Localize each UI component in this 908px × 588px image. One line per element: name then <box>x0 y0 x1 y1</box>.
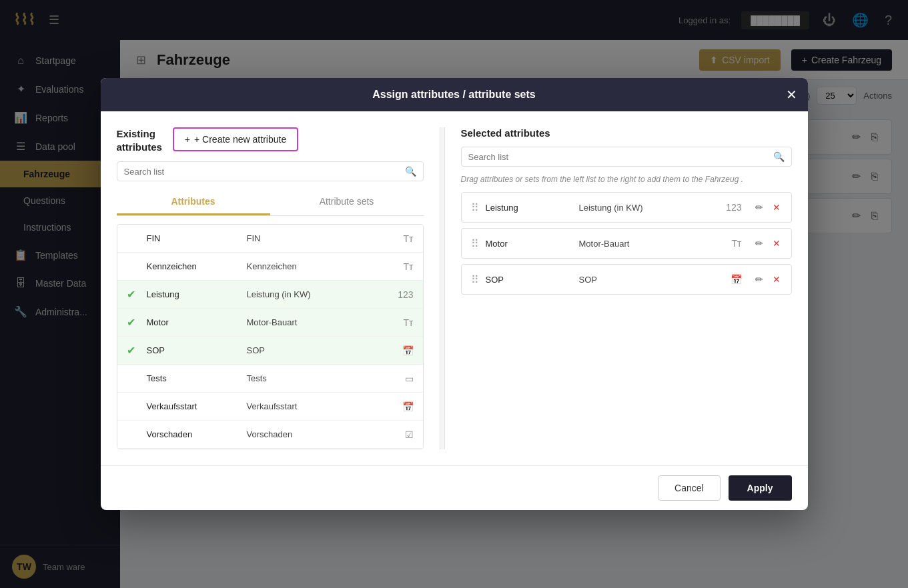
plus-icon: + <box>185 134 190 145</box>
selected-attr-label: SOP <box>579 275 724 285</box>
list-item[interactable]: ✔ Leistung Leistung (in KW) 123 <box>117 281 423 309</box>
selected-item: ⠿ SOP SOP 📅 ✏ ✕ <box>461 264 792 295</box>
search-icon: 🔍 <box>773 151 785 162</box>
remove-attribute-button[interactable]: ✕ <box>771 237 782 250</box>
panel-divider <box>440 127 445 449</box>
attr-label: Verkaufsstart <box>247 401 396 411</box>
attr-name: Vorschaden <box>147 429 240 439</box>
type-icon: 📅 <box>402 401 414 412</box>
list-item[interactable]: ✔ SOP SOP 📅 <box>117 337 423 365</box>
edit-attribute-button[interactable]: ✏ <box>754 273 765 286</box>
attr-label: FIN <box>247 233 397 243</box>
selected-attr-label: Leistung (in KW) <box>579 203 720 213</box>
attr-name: Leistung <box>147 289 240 299</box>
right-search-input[interactable] <box>468 152 769 162</box>
attr-label: Leistung (in KW) <box>247 289 392 299</box>
type-icon: 123 <box>726 202 741 213</box>
remove-attribute-button[interactable]: ✕ <box>771 273 782 286</box>
selected-attr-name: SOP <box>486 275 572 285</box>
cancel-button[interactable]: Cancel <box>658 475 721 501</box>
tab-attribute-sets[interactable]: Attribute sets <box>270 189 424 215</box>
type-icon: Tт <box>404 317 414 328</box>
check-icon: ✔ <box>127 316 140 329</box>
assign-attributes-modal: Assign attributes / attribute sets ✕ Exi… <box>101 78 808 510</box>
selected-attributes-list: ⠿ Leistung Leistung (in KW) 123 ✏ ✕ ⠿ Mo… <box>461 192 792 449</box>
selected-item: ⠿ Motor Motor-Bauart Tт ✏ ✕ <box>461 228 792 259</box>
type-icon: ▭ <box>405 373 414 384</box>
selected-attr-name: Motor <box>486 239 572 249</box>
list-item[interactable]: ✔ Tests Tests ▭ <box>117 365 423 393</box>
selected-attr-label: Motor-Bauart <box>579 239 725 249</box>
type-icon: Tт <box>404 233 414 244</box>
left-search-box[interactable]: 🔍 <box>117 161 424 181</box>
list-item[interactable]: ✔ Motor Motor-Bauart Tт <box>117 309 423 337</box>
remove-attribute-button[interactable]: ✕ <box>771 201 782 214</box>
left-panel-header: Existingattributes + + Create new attrib… <box>117 127 424 153</box>
right-panel: Selected attributes 🔍 Drag attributes or… <box>461 127 792 449</box>
attr-label: Vorschaden <box>247 429 398 439</box>
drag-handle-icon[interactable]: ⠿ <box>471 273 479 286</box>
modal-title: Assign attributes / attribute sets <box>372 89 536 101</box>
search-icon: 🔍 <box>405 166 416 177</box>
list-item[interactable]: ✔ Verkaufsstart Verkaufsstart 📅 <box>117 393 423 421</box>
selected-attributes-title: Selected attributes <box>461 127 550 139</box>
check-icon: ✔ <box>127 288 140 301</box>
attr-label: Motor-Bauart <box>247 317 397 327</box>
list-item[interactable]: ✔ FIN FIN Tт <box>117 225 423 253</box>
apply-button[interactable]: Apply <box>729 475 792 501</box>
attr-name: Motor <box>147 317 240 327</box>
type-icon: 📅 <box>402 345 414 356</box>
left-search-input[interactable] <box>124 167 401 177</box>
selected-attr-name: Leistung <box>486 203 572 213</box>
attr-name: FIN <box>147 233 240 243</box>
modal-body: Existingattributes + + Create new attrib… <box>101 111 808 465</box>
attribute-tabs: Attributes Attribute sets <box>117 189 424 216</box>
create-new-attribute-button[interactable]: + + Create new attribute <box>173 127 298 151</box>
right-search-box[interactable]: 🔍 <box>461 147 792 167</box>
type-icon: ☑ <box>405 429 414 440</box>
modal-close-button[interactable]: ✕ <box>786 87 797 103</box>
type-icon: 📅 <box>731 274 742 285</box>
attr-label: Tests <box>247 373 398 383</box>
attr-name: SOP <box>147 345 240 355</box>
attr-name: Kennzeichen <box>147 261 240 271</box>
type-icon: Tт <box>404 261 414 272</box>
drag-handle-icon[interactable]: ⠿ <box>471 237 479 250</box>
attributes-list: ✔ FIN FIN Tт ✔ Kennzeichen Kennzeichen T… <box>117 224 424 449</box>
drag-hint: Drag attributes or sets from the left li… <box>461 175 792 184</box>
existing-attributes-title: Existingattributes <box>117 127 162 153</box>
modal-footer: Cancel Apply <box>101 465 808 510</box>
drag-handle-icon[interactable]: ⠿ <box>471 201 479 214</box>
attr-name: Tests <box>147 373 240 383</box>
tab-attributes[interactable]: Attributes <box>117 189 270 215</box>
list-item[interactable]: ✔ Vorschaden Vorschaden ☑ <box>117 421 423 449</box>
attr-label: SOP <box>247 345 396 355</box>
check-icon: ✔ <box>127 344 140 357</box>
attr-label: Kennzeichen <box>247 261 397 271</box>
edit-attribute-button[interactable]: ✏ <box>754 237 765 250</box>
selected-item: ⠿ Leistung Leistung (in KW) 123 ✏ ✕ <box>461 192 792 223</box>
attr-name: Verkaufsstart <box>147 401 240 411</box>
edit-attribute-button[interactable]: ✏ <box>754 201 765 214</box>
list-item[interactable]: ✔ Kennzeichen Kennzeichen Tт <box>117 253 423 281</box>
type-icon: Tт <box>732 238 742 249</box>
modal-header: Assign attributes / attribute sets ✕ <box>101 78 808 111</box>
left-panel: Existingattributes + + Create new attrib… <box>117 127 424 449</box>
type-icon: 123 <box>398 289 413 300</box>
modal-overlay: Assign attributes / attribute sets ✕ Exi… <box>0 0 908 588</box>
